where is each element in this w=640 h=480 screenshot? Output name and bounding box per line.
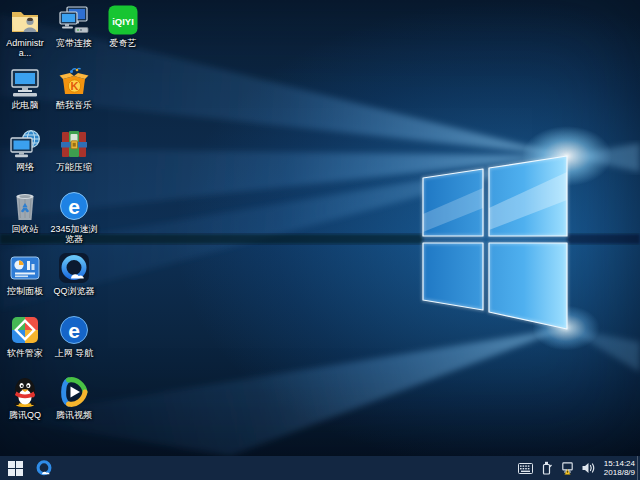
desktop-icon-this-pc[interactable]: 此电脑 [1,66,49,110]
desktop-icon-web-navigation[interactable]: e 上网 导航 [50,314,98,358]
system-tray [518,456,596,480]
desktop-icon-qq-browser[interactable]: QQ浏览器 [50,252,98,296]
desktop-icon-label: 酷我音乐 [50,100,98,110]
taskbar-pinned-qq-browser[interactable] [30,456,58,480]
desktop-icon-label: 此电脑 [1,100,49,110]
desktop-icon-network[interactable]: 网络 [1,128,49,172]
desktop-icon-recycle-bin[interactable]: 回收站 [1,190,49,234]
desktop-icon-software-manager[interactable]: 软件管家 [1,314,49,358]
desktop-icon-label: QQ浏览器 [50,286,98,296]
desktop-icon-label: 万能压缩 [50,162,98,172]
desktop-icon-label: 上网 导航 [50,348,98,358]
desktop-icon-label: 网络 [1,162,49,172]
control-panel-icon [9,252,41,284]
desktop-icon-tencent-video[interactable]: 腾讯视频 [50,376,98,420]
iqiyi-logo-text: iQIYI [112,16,134,27]
taskbar-clock[interactable]: 15:14:24 2018/8/9 [604,456,635,480]
desktop-icon-label: 宽带连接 [50,38,98,48]
desktop-screen: Administra... 此电脑 网络 [0,0,640,480]
software-manager-icon [9,314,41,346]
user-folder-icon [9,4,41,36]
svg-text:e: e [68,195,80,218]
desktop-icon-tencent-qq[interactable]: 腾讯QQ [1,376,49,420]
desktop-icon-label: 爱奇艺 [99,38,147,48]
desktop-icon-universal-archiver[interactable]: 万能压缩 [50,128,98,172]
web-navigation-icon: e [58,314,90,346]
iqiyi-icon: iQIYI [107,4,139,36]
desktop-icon-iqiyi[interactable]: iQIYI 爱奇艺 [99,4,147,48]
this-pc-icon [9,66,41,98]
usb-device-icon[interactable] [539,460,554,476]
windows-logo-icon [8,461,23,476]
touch-keyboard-icon[interactable] [518,460,533,476]
desktop-icon-label: 腾讯QQ [1,410,49,420]
start-button[interactable] [0,456,30,480]
desktop-icon-label: 软件管家 [1,348,49,358]
svg-text:e: e [68,319,80,342]
network-icon [9,128,41,160]
universal-archiver-icon [58,128,90,160]
2345-speed-browser-icon: e [58,190,90,222]
desktop-icon-2345-speed-browser[interactable]: e 2345加速浏览器 [50,190,98,244]
desktop-icon-kuwo-music[interactable]: K 酷我音乐 [50,66,98,110]
desktop-icon-label: 控制面板 [1,286,49,296]
clock-time: 15:14:24 [604,459,635,468]
svg-text:K: K [71,80,79,92]
desktop-icon-user-folder[interactable]: Administra... [1,4,49,58]
recycle-bin-icon [9,190,41,222]
broadband-connection-icon [58,4,90,36]
tencent-video-icon [58,376,90,408]
qq-browser-icon [58,252,90,284]
desktop-icon-label: Administra... [1,38,49,58]
desktop-icon-label: 2345加速浏览器 [50,224,98,244]
desktop-icon-broadband-connection[interactable]: 宽带连接 [50,4,98,48]
volume-icon[interactable] [581,460,596,476]
network-warning-icon[interactable] [560,460,575,476]
desktop-icon-label: 回收站 [1,224,49,234]
kuwo-music-icon: K [58,66,90,98]
tencent-qq-icon [9,376,41,408]
qq-browser-icon [35,459,53,477]
desktop-icon-label: 腾讯视频 [50,410,98,420]
desktop-icon-control-panel[interactable]: 控制面板 [1,252,49,296]
taskbar: 15:14:24 2018/8/9 [0,456,640,480]
clock-date: 2018/8/9 [604,468,635,477]
